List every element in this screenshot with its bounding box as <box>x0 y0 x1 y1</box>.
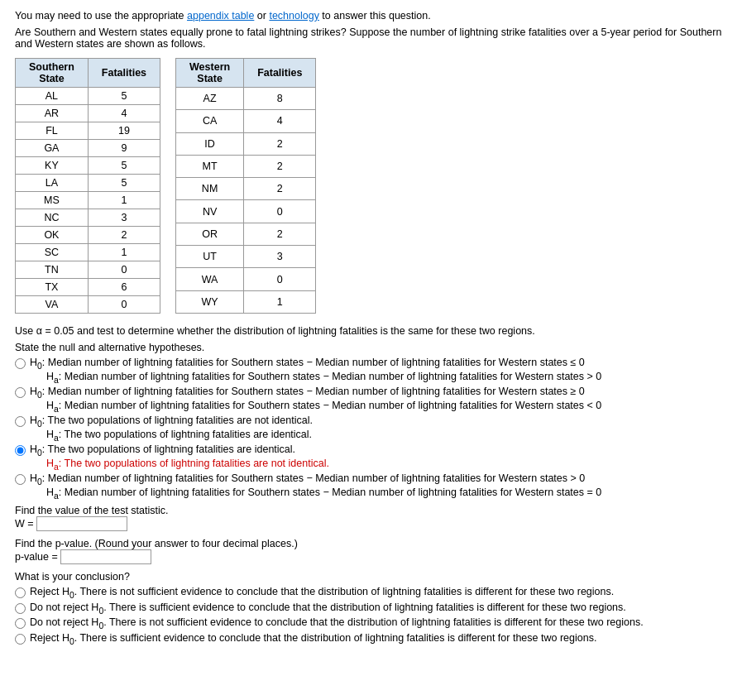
appendix-table-link[interactable]: appendix table <box>187 10 254 22</box>
hypothesis-radio-2[interactable] <box>15 416 26 427</box>
fatality-cell: 1 <box>88 244 160 261</box>
radio-option: H0: Median number of lightning fatalitie… <box>15 472 727 500</box>
state-cell: AZ <box>176 88 244 110</box>
table-row: UT3 <box>176 246 316 268</box>
western-state-header: WesternState <box>176 59 244 88</box>
pvalue-section: Find the p-value. (Round your answer to … <box>15 538 727 564</box>
table-row: TN0 <box>16 261 160 279</box>
hypothesis-ha-2: Ha: The two populations of lightning fat… <box>46 429 313 443</box>
state-cell: KY <box>16 157 89 175</box>
conclusion-radio-2[interactable] <box>15 618 26 629</box>
table-row: NC3 <box>16 209 160 227</box>
fatality-cell: 2 <box>244 223 316 245</box>
western-fatalities-header: Fatalities <box>244 59 316 88</box>
table-row: CA4 <box>176 110 316 132</box>
table-row: SC1 <box>16 244 160 261</box>
fatality-cell: 1 <box>88 192 160 209</box>
w-input[interactable] <box>36 516 127 531</box>
hypothesis-h0-3: H0: The two populations of lightning fat… <box>30 443 329 458</box>
hypothesis-ha-3: Ha: The two populations of lightning fat… <box>46 458 329 472</box>
hypothesis-radio-4[interactable] <box>15 474 26 485</box>
hypothesis-h0-0: H0: Median number of lightning fatalitie… <box>30 357 601 371</box>
conclusion-option: Do not reject H0. There is not sufficien… <box>15 616 727 630</box>
technology-link[interactable]: technology <box>269 10 318 22</box>
conclusion-radio-group: Reject H0. There is not sufficient evide… <box>15 586 727 645</box>
state-cell: WY <box>176 290 244 313</box>
conclusion-text-0: Reject H0. There is not sufficient evide… <box>30 586 614 600</box>
western-table: WesternState Fatalities AZ8CA4ID2MT2NM2N… <box>175 58 316 314</box>
table-row: KY5 <box>16 157 160 175</box>
hypothesis-radio-1[interactable] <box>15 387 26 398</box>
state-cell: TX <box>16 279 89 296</box>
table-row: GA9 <box>16 140 160 157</box>
top-note: You may need to use the appropriate appe… <box>15 10 727 22</box>
state-cell: CA <box>176 110 244 132</box>
state-cell: FL <box>16 122 89 140</box>
fatality-cell: 6 <box>88 279 160 296</box>
pvalue-row-label: p-value = <box>15 551 60 563</box>
hypothesis-ha-0: Ha: Median number of lightning fatalitie… <box>46 371 601 385</box>
table-row: AL5 <box>16 88 160 105</box>
hypothesis-text-0: H0: Median number of lightning fatalitie… <box>30 357 601 384</box>
fatality-cell: 9 <box>88 140 160 157</box>
fatality-cell: 2 <box>244 132 316 155</box>
state-cell: GA <box>16 140 89 157</box>
conclusion-radio-3[interactable] <box>15 634 26 645</box>
fatality-cell: 8 <box>244 88 316 110</box>
question-text: Are Southern and Western states equally … <box>15 26 727 50</box>
state-cell: VA <box>16 296 89 314</box>
state-cell: UT <box>176 246 244 268</box>
state-cell: OK <box>16 227 89 244</box>
table-row: TX6 <box>16 279 160 296</box>
conclusion-text-2: Do not reject H0. There is not sufficien… <box>30 616 644 630</box>
radio-option: H0: The two populations of lightning fat… <box>15 415 727 442</box>
state-cell: MT <box>176 155 244 177</box>
state-cell: WA <box>176 268 244 290</box>
w-label: W = <box>15 518 36 530</box>
table-row: WY1 <box>176 290 316 313</box>
conclusion-option: Reject H0. There is not sufficient evide… <box>15 586 727 600</box>
hypothesis-ha-1: Ha: Median number of lightning fatalitie… <box>46 400 601 414</box>
radio-option: H0: Median number of lightning fatalitie… <box>15 357 727 384</box>
table-row: MT2 <box>176 155 316 177</box>
fatality-cell: 19 <box>88 122 160 140</box>
hypothesis-radio-0[interactable] <box>15 358 26 369</box>
conclusion-label: What is your conclusion? <box>15 571 727 583</box>
fatality-cell: 0 <box>244 200 316 223</box>
hypothesis-radio-3[interactable] <box>15 445 26 456</box>
state-cell: NM <box>176 178 244 200</box>
table-row: NM2 <box>176 178 316 200</box>
conclusion-text-1: Do not reject H0. There is sufficient ev… <box>30 602 626 616</box>
fatality-cell: 0 <box>88 296 160 314</box>
fatality-cell: 2 <box>244 178 316 200</box>
pvalue-input[interactable] <box>60 549 151 564</box>
conclusion-radio-1[interactable] <box>15 603 26 614</box>
hypothesis-h0-2: H0: The two populations of lightning fat… <box>30 415 313 429</box>
state-cell: MS <box>16 192 89 209</box>
hypothesis-h0-4: H0: Median number of lightning fatalitie… <box>30 472 601 487</box>
fatality-cell: 0 <box>88 261 160 279</box>
alpha-text: Use α = 0.05 and test to determine wheth… <box>15 325 727 337</box>
conclusion-text-3: Reject H0. There is sufficient evidence … <box>30 632 596 646</box>
conclusion-radio-0[interactable] <box>15 587 26 598</box>
state-cell: AR <box>16 105 89 122</box>
fatality-cell: 4 <box>244 110 316 132</box>
state-cell: TN <box>16 261 89 279</box>
fatality-cell: 4 <box>88 105 160 122</box>
table-row: VA0 <box>16 296 160 314</box>
table-row: FL19 <box>16 122 160 140</box>
hypothesis-text-3: H0: The two populations of lightning fat… <box>30 443 329 471</box>
state-cell: AL <box>16 88 89 105</box>
table-row: LA5 <box>16 175 160 192</box>
fatality-cell: 5 <box>88 157 160 175</box>
state-cell: SC <box>16 244 89 261</box>
table-row: WA0 <box>176 268 316 290</box>
southern-state-header: SouthernState <box>16 59 89 88</box>
fatality-cell: 3 <box>88 209 160 227</box>
state-cell: NC <box>16 209 89 227</box>
table-row: OR2 <box>176 223 316 245</box>
table-row: MS1 <box>16 192 160 209</box>
hypothesis-text-1: H0: Median number of lightning fatalitie… <box>30 386 601 413</box>
state-cell: OR <box>176 223 244 245</box>
hypothesis-label: State the null and alternative hypothese… <box>15 342 727 353</box>
